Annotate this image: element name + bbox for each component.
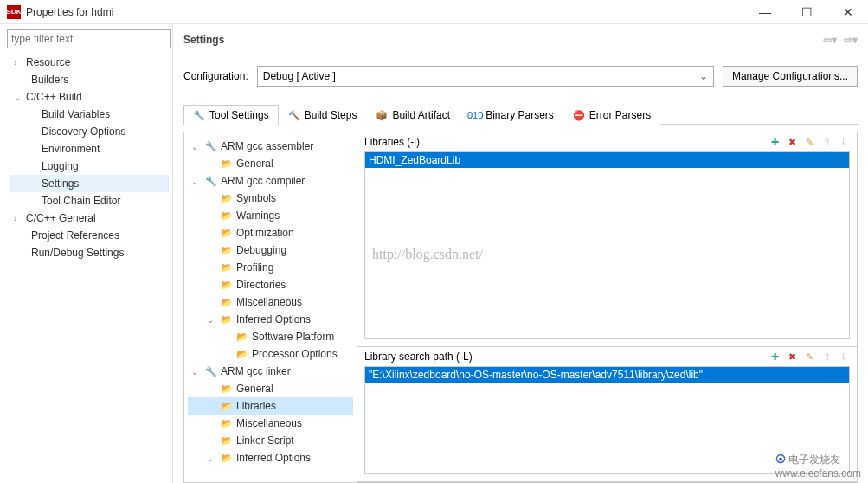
tool-tree-arm-gcc-linker[interactable]: ⌄🔧ARM gcc linker xyxy=(188,363,353,380)
tab-bar: 🔧Tool Settings🔨Build Steps📦Build Artifac… xyxy=(183,104,858,125)
tool-tree-general[interactable]: 📂General xyxy=(188,380,353,397)
filter-input[interactable] xyxy=(7,29,171,48)
nav-item-discovery-options[interactable]: Discovery Options xyxy=(10,123,169,140)
add-icon[interactable]: ✚ xyxy=(768,351,781,363)
tool-tree-arm-gcc-compiler[interactable]: ⌄🔧ARM gcc compiler xyxy=(188,172,353,190)
tool-tree-warnings[interactable]: 📂Warnings xyxy=(188,207,353,224)
library-item[interactable]: HDMI_ZedBoardLib xyxy=(365,152,849,168)
delete-icon[interactable]: ✖ xyxy=(786,351,798,363)
nav-back-icon[interactable]: ⇦▾ xyxy=(823,34,837,46)
nav-item-settings[interactable]: Settings xyxy=(10,175,169,192)
minimize-button[interactable]: — xyxy=(752,5,778,19)
up-icon[interactable]: ⇧ xyxy=(820,136,833,148)
nav-item-run-debug-settings[interactable]: Run/Debug Settings xyxy=(10,244,169,261)
up-icon[interactable]: ⇧ xyxy=(820,351,833,363)
nav-item-build-variables[interactable]: Build Variables xyxy=(10,106,169,123)
tool-tree-libraries[interactable]: 📂Libraries xyxy=(188,397,353,415)
tool-tree: ⌄🔧ARM gcc assembler📂General⌄🔧ARM gcc com… xyxy=(184,132,357,482)
tool-tree-general[interactable]: 📂General xyxy=(188,155,353,172)
titlebar: SDK Properties for hdmi — ☐ ✕ xyxy=(0,0,868,24)
down-icon[interactable]: ⇩ xyxy=(838,351,850,363)
close-button[interactable]: ✕ xyxy=(835,5,861,19)
tab-error-parsers[interactable]: ⛔Error Parsers xyxy=(563,105,660,125)
config-select[interactable]: Debug [ Active ] ⌄ xyxy=(257,66,714,87)
maximize-button[interactable]: ☐ xyxy=(794,5,820,19)
nav-item-c-c-build[interactable]: ⌄C/C++ Build xyxy=(10,88,169,106)
path-item[interactable]: "E:\Xilinx\zedboard\no-OS-master\no-OS-m… xyxy=(365,367,849,383)
window-title: Properties for hdmi xyxy=(26,6,752,18)
tab-binary-parsers[interactable]: 010Binary Parsers xyxy=(460,105,563,125)
tool-tree-processor-options[interactable]: 📂Processor Options xyxy=(188,345,353,363)
tool-tree-optimization[interactable]: 📂Optimization xyxy=(188,224,353,242)
add-icon[interactable]: ✚ xyxy=(768,136,781,148)
tool-tree-debugging[interactable]: 📂Debugging xyxy=(188,242,353,259)
edit-icon[interactable]: ✎ xyxy=(803,351,815,363)
tool-tree-inferred-options[interactable]: ⌄📂Inferred Options xyxy=(188,311,353,328)
nav-item-project-references[interactable]: Project References xyxy=(10,227,169,244)
search-path-label: Library search path (-L) xyxy=(364,351,473,363)
tool-tree-profiling[interactable]: 📂Profiling xyxy=(188,259,353,276)
tool-tree-arm-gcc-assembler[interactable]: ⌄🔧ARM gcc assembler xyxy=(188,138,353,155)
tab-build-steps[interactable]: 🔨Build Steps xyxy=(279,105,367,125)
nav-item-environment[interactable]: Environment xyxy=(10,140,169,158)
chevron-down-icon: ⌄ xyxy=(699,70,708,82)
libraries-label: Libraries (-l) xyxy=(364,136,420,148)
config-value: Debug [ Active ] xyxy=(263,70,336,82)
app-icon: SDK xyxy=(7,5,21,19)
nav-item-c-c-general[interactable]: ›C/C++ General xyxy=(10,209,169,227)
config-label: Configuration: xyxy=(183,70,248,82)
tool-tree-software-platform[interactable]: 📂Software Platform xyxy=(188,328,353,345)
libraries-list[interactable]: HDMI_ZedBoardLib xyxy=(364,151,850,339)
tool-tree-linker-script[interactable]: 📂Linker Script xyxy=(188,432,353,449)
tool-tree-inferred-options[interactable]: ⌄📂Inferred Options xyxy=(188,449,353,467)
tool-tree-miscellaneous[interactable]: 📂Miscellaneous xyxy=(188,415,353,432)
tab-build-artifact[interactable]: 📦Build Artifact xyxy=(366,105,460,125)
nav-item-logging[interactable]: Logging xyxy=(10,158,169,175)
tool-tree-symbols[interactable]: 📂Symbols xyxy=(188,190,353,207)
manage-config-button[interactable]: Manage Configurations... xyxy=(723,66,858,87)
footer-watermark: ⦿ 电子发烧友 www.elecfans.com xyxy=(775,453,861,480)
nav-tree: ›ResourceBuilders⌄C/C++ BuildBuild Varia… xyxy=(3,54,169,261)
nav-item-resource[interactable]: ›Resource xyxy=(10,54,169,71)
left-sidebar: ›ResourceBuilders⌄C/C++ BuildBuild Varia… xyxy=(0,24,173,483)
nav-item-tool-chain-editor[interactable]: Tool Chain Editor xyxy=(10,192,169,209)
tool-tree-miscellaneous[interactable]: 📂Miscellaneous xyxy=(188,293,353,311)
nav-fwd-icon[interactable]: ⇨▾ xyxy=(844,34,858,46)
nav-item-builders[interactable]: Builders xyxy=(10,71,169,88)
tab-tool-settings[interactable]: 🔧Tool Settings xyxy=(183,105,279,125)
down-icon[interactable]: ⇩ xyxy=(838,136,850,148)
delete-icon[interactable]: ✖ xyxy=(786,136,798,148)
edit-icon[interactable]: ✎ xyxy=(803,136,815,148)
page-title: Settings xyxy=(183,34,823,46)
tool-tree-directories[interactable]: 📂Directories xyxy=(188,276,353,293)
